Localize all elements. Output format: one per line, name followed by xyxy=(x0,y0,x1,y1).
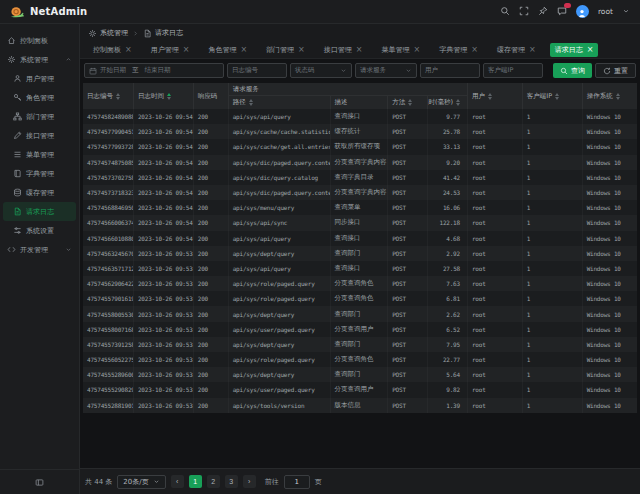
close-icon[interactable]: × xyxy=(298,46,305,54)
table-row[interactable]: 4757456357171252023-10-26 09:53:58200api… xyxy=(83,261,637,276)
cell-description: 查询接口 xyxy=(331,261,389,276)
next-page-button[interactable]: › xyxy=(243,475,256,488)
table-row[interactable]: 4757455605227572023-10-26 09:53:40200api… xyxy=(83,352,637,367)
tab-4[interactable]: 接口管理× xyxy=(319,43,368,57)
table-row[interactable]: 4757455528960052023-10-26 09:53:38200api… xyxy=(83,367,637,382)
table-row[interactable]: 4757455288190132023-10-26 09:53:32200api… xyxy=(83,398,637,413)
sidebar-item-dict[interactable]: 字典管理 xyxy=(0,164,79,183)
breadcrumb-item-0[interactable]: 系统管理 xyxy=(88,28,128,38)
column-header-user[interactable]: 用户 xyxy=(468,83,523,109)
column-header-response-code[interactable]: 响应码 xyxy=(194,83,229,109)
user-input[interactable]: 用户 xyxy=(420,63,480,78)
cell-user: root xyxy=(468,398,523,413)
chevron-down-icon[interactable] xyxy=(622,7,630,17)
cell-log-time: 2023-10-26 09:53:57 xyxy=(134,276,194,291)
column-header-log-time[interactable]: 日志时间 xyxy=(134,83,194,109)
breadcrumb-item-1[interactable]: 请求日志 xyxy=(143,28,183,38)
table-row[interactable]: 4757457799372852023-10-26 09:54:34200api… xyxy=(83,139,637,154)
fullscreen-icon[interactable] xyxy=(519,6,529,18)
table-row[interactable]: 4757455800716852023-10-26 09:53:45200api… xyxy=(83,322,637,337)
sidebar-item-cache[interactable]: 缓存管理 xyxy=(0,183,79,202)
goto-page-input[interactable] xyxy=(284,475,310,489)
content: 开始日期 至 结束日期 日志编号 状态码 请求服务 xyxy=(80,59,640,494)
tab-8[interactable]: 请求日志× xyxy=(550,43,599,57)
log-id-input[interactable]: 日志编号 xyxy=(227,63,287,78)
table-row[interactable]: 4757456601088052023-10-26 09:54:04200api… xyxy=(83,231,637,246)
prev-page-button[interactable]: ‹ xyxy=(171,475,184,488)
sidebar-item-log[interactable]: 请求日志 xyxy=(3,202,76,221)
pin-icon[interactable] xyxy=(538,6,548,18)
date-range-picker[interactable]: 开始日期 至 结束日期 xyxy=(84,63,224,78)
page-button-2[interactable]: 2 xyxy=(207,475,220,488)
tab-2[interactable]: 角色管理× xyxy=(203,43,252,57)
page-button-3[interactable]: 3 xyxy=(225,475,238,488)
cell-log-id: 475745660063749 xyxy=(83,215,134,230)
status-code-select[interactable]: 状态码 xyxy=(290,63,352,78)
column-header-path[interactable]: 路径 xyxy=(229,96,331,109)
tab-5[interactable]: 菜单管理× xyxy=(377,43,426,57)
table-row[interactable]: 4757457371832372023-10-26 09:54:23200api… xyxy=(83,185,637,200)
close-icon[interactable]: × xyxy=(471,46,478,54)
column-header-method[interactable]: 方法 xyxy=(388,96,428,109)
close-icon[interactable]: × xyxy=(240,46,247,54)
sidebar-item-settings[interactable]: 系统设置 xyxy=(0,221,79,240)
cell-os: Windows 10 xyxy=(583,109,637,124)
close-icon[interactable]: × xyxy=(183,46,190,54)
client-ip-input[interactable]: 客户端IP xyxy=(483,63,543,78)
sidebar-item-key[interactable]: 角色管理 xyxy=(0,88,79,107)
table-row[interactable]: 4757456290642292023-10-26 09:53:57200api… xyxy=(83,276,637,291)
cell-response-code: 200 xyxy=(194,215,229,230)
table-row[interactable]: 4757455800553012023-10-26 09:53:45200api… xyxy=(83,306,637,321)
cell-log-id: 475745779904517 xyxy=(83,124,134,139)
column-header-description[interactable]: 描述 xyxy=(331,96,389,109)
sidebar-item-code[interactable]: 开发管理 xyxy=(0,240,79,259)
close-icon[interactable]: × xyxy=(125,46,132,54)
cell-client-ip: 1 xyxy=(523,155,583,170)
reset-button[interactable]: 重置 xyxy=(595,63,636,78)
column-header-duration[interactable]: 耗时(毫秒) xyxy=(428,96,468,109)
sidebar-item-pen[interactable]: 接口管理 xyxy=(0,126,79,145)
column-header-log-id[interactable]: 日志编号 xyxy=(83,83,134,109)
close-icon[interactable]: × xyxy=(414,46,421,54)
service-select[interactable]: 请求服务 xyxy=(355,63,417,78)
message-icon[interactable] xyxy=(557,6,567,18)
tab-7[interactable]: 缓存管理× xyxy=(492,43,541,57)
search-icon[interactable] xyxy=(500,6,510,18)
tab-6[interactable]: 字典管理× xyxy=(434,43,483,57)
page-size-value: 20条/页 xyxy=(123,477,148,487)
tab-3[interactable]: 部门管理× xyxy=(261,43,310,57)
avatar[interactable] xyxy=(576,5,589,18)
table-row[interactable]: 4757455739125812023-10-26 09:53:43200api… xyxy=(83,337,637,352)
table-row[interactable]: 4757457799045172023-10-26 09:54:34200api… xyxy=(83,124,637,139)
table-row[interactable]: 4757455790161972023-10-26 09:53:45200api… xyxy=(83,291,637,306)
brand[interactable]: NetAdmin xyxy=(10,6,87,18)
tab-1[interactable]: 用户管理× xyxy=(146,43,195,57)
column-header-os[interactable]: 操作系统 xyxy=(583,83,637,109)
cell-response-code: 200 xyxy=(194,276,229,291)
table-row[interactable]: 4757455529082932023-10-26 09:53:38200api… xyxy=(83,382,637,397)
close-icon[interactable]: × xyxy=(356,46,363,54)
cell-user: root xyxy=(468,139,523,154)
table-row[interactable]: 4757456600637492023-10-26 09:54:04200api… xyxy=(83,215,637,230)
column-label: 用户 xyxy=(472,92,485,101)
tab-0[interactable]: 控制面板× xyxy=(88,43,137,57)
close-icon[interactable]: × xyxy=(587,46,594,54)
page-button-1[interactable]: 1 xyxy=(189,475,202,488)
table-row[interactable]: 4757457487508532023-10-26 09:54:24200api… xyxy=(83,155,637,170)
cell-path: api/sys/dept/query xyxy=(229,246,331,261)
table-row[interactable]: 4757456884695092023-10-26 09:54:11200api… xyxy=(83,200,637,215)
sidebar-item-menu[interactable]: 菜单管理 xyxy=(0,145,79,164)
collapse-sidebar-icon[interactable] xyxy=(35,478,44,487)
username[interactable]: root xyxy=(598,7,613,16)
table-row[interactable]: 4757456324567092023-10-26 09:53:58200api… xyxy=(83,246,637,261)
sidebar-item-dept[interactable]: 部门管理 xyxy=(0,107,79,126)
sidebar-item-home[interactable]: 控制面板 xyxy=(0,31,79,50)
table-row[interactable]: 4757458248908852023-10-26 09:54:45200api… xyxy=(83,109,637,124)
sidebar-item-gear[interactable]: 系统管理 xyxy=(0,50,79,69)
close-icon[interactable]: × xyxy=(529,46,536,54)
search-button[interactable]: 查询 xyxy=(553,63,592,78)
column-header-client-ip[interactable]: 客户端IP xyxy=(523,83,583,109)
sidebar-item-user[interactable]: 用户管理 xyxy=(0,69,79,88)
table-row[interactable]: 4757457370275892023-10-26 09:54:23200api… xyxy=(83,170,637,185)
page-size-select[interactable]: 20条/页 xyxy=(117,475,165,489)
